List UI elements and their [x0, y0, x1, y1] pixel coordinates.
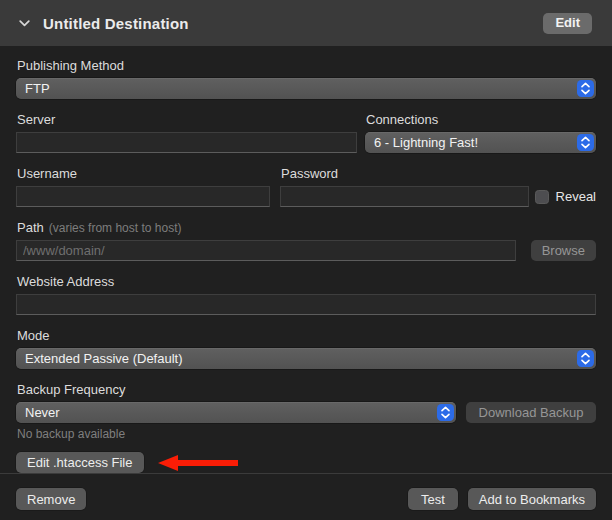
edit-button[interactable]: Edit [543, 13, 592, 34]
server-connections-row: Server Connections 6 - Lightning Fast! [16, 112, 596, 153]
test-button[interactable]: Test [408, 488, 458, 510]
connections-value: 6 - Lightning Fast! [374, 135, 478, 150]
browse-button[interactable]: Browse [531, 240, 596, 261]
website-address-input[interactable] [16, 294, 596, 315]
mode-label: Mode [17, 328, 595, 344]
download-backup-button[interactable]: Download Backup [466, 402, 596, 423]
publishing-method-popup[interactable]: FTP [16, 78, 596, 99]
footer-bar: Remove Test Add to Bookmarks [0, 473, 612, 520]
destination-header: Untitled Destination Edit [0, 0, 612, 46]
remove-button[interactable]: Remove [16, 488, 86, 510]
chevrons-up-down-icon [577, 134, 594, 151]
password-input[interactable] [280, 186, 529, 207]
backup-frequency-popup[interactable]: Never [16, 402, 456, 423]
backup-status-text: No backup available [17, 427, 595, 442]
website-address-row: Website Address [16, 274, 596, 315]
website-address-label: Website Address [17, 274, 595, 290]
username-input[interactable] [16, 186, 270, 207]
mode-popup[interactable]: Extended Passive (Default) [16, 348, 596, 369]
publishing-method-value: FTP [25, 81, 50, 96]
path-label: Path(varies from host to host) [17, 220, 595, 236]
publishing-method-row: Publishing Method FTP [16, 58, 596, 99]
chevrons-up-down-icon [437, 404, 454, 421]
destination-form: Publishing Method FTP Server Connections… [0, 46, 612, 473]
edit-htaccess-button[interactable]: Edit .htaccess File [16, 452, 144, 473]
backup-frequency-row: Backup Frequency Never Download Backup [16, 382, 596, 423]
path-row: Path(varies from host to host) Browse [16, 220, 596, 261]
mode-value: Extended Passive (Default) [25, 351, 183, 366]
connections-popup[interactable]: 6 - Lightning Fast! [365, 132, 596, 153]
disclosure-chevron-icon[interactable] [18, 17, 30, 29]
reveal-checkbox-group[interactable]: Reveal [535, 189, 596, 204]
backup-frequency-value: Never [25, 405, 60, 420]
connections-label: Connections [366, 112, 595, 128]
password-label: Password [281, 166, 528, 182]
mode-row: Mode Extended Passive (Default) [16, 328, 596, 369]
arrow-left-icon [157, 454, 239, 472]
server-label: Server [17, 112, 356, 128]
path-hint: (varies from host to host) [49, 221, 182, 235]
username-label: Username [17, 166, 269, 182]
credentials-row: Username Password Reveal [16, 166, 596, 207]
chevrons-up-down-icon [577, 80, 594, 97]
publishing-destination-panel: Untitled Destination Edit Publishing Met… [0, 0, 612, 520]
backup-frequency-label: Backup Frequency [17, 382, 595, 398]
destination-title: Untitled Destination [43, 15, 543, 32]
server-input[interactable] [16, 132, 357, 153]
path-input[interactable] [16, 240, 516, 261]
chevrons-up-down-icon [577, 350, 594, 367]
add-to-bookmarks-button[interactable]: Add to Bookmarks [468, 488, 596, 510]
publishing-method-label: Publishing Method [17, 58, 595, 74]
htaccess-row: Edit .htaccess File [16, 452, 596, 473]
reveal-checkbox[interactable] [535, 190, 549, 204]
reveal-label: Reveal [556, 189, 596, 204]
